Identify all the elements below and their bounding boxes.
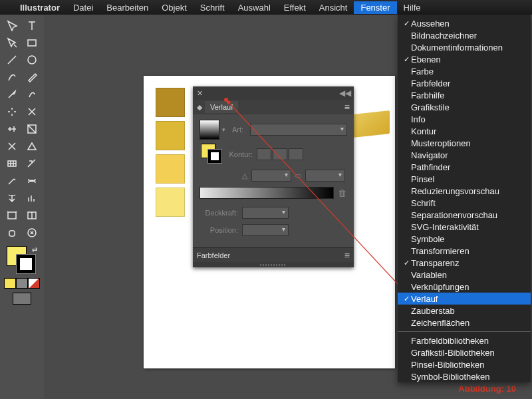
- color-mode-0[interactable]: [4, 278, 16, 289]
- menu-item-farbhilfe[interactable]: Farbhilfe: [398, 89, 531, 101]
- menu-item-symbolbibliotheken[interactable]: Symbol-Bibliotheken: [398, 370, 531, 382]
- menu-item-zeichenflchen[interactable]: Zeichenflächen: [398, 317, 531, 329]
- menu-app[interactable]: Illustrator: [13, 1, 66, 14]
- menu-item-info[interactable]: Info: [398, 113, 531, 125]
- color-mode-2[interactable]: [28, 278, 40, 289]
- swatches-subpanel[interactable]: Farbfelder ≡: [193, 247, 354, 262]
- position-select[interactable]: [242, 224, 289, 236]
- canvas-swatch-3[interactable]: [156, 188, 185, 217]
- type-select[interactable]: [250, 124, 347, 136]
- canvas-swatch-1[interactable]: [156, 121, 185, 150]
- menu-item-transparenz[interactable]: ✓Transparenz: [398, 257, 531, 269]
- menu-schrift[interactable]: Schrift: [194, 1, 231, 14]
- gradient-tool[interactable]: [23, 156, 41, 172]
- menu-item-zauberstab[interactable]: Zauberstab: [398, 305, 531, 317]
- swap-fill-stroke-icon[interactable]: ⇄: [32, 246, 37, 253]
- resize-grip[interactable]: [193, 262, 354, 267]
- menu-item-separationenvorschau[interactable]: Separationenvorschau: [398, 209, 531, 221]
- symbolspray-tool[interactable]: [3, 190, 21, 206]
- artboard-tool[interactable]: [3, 207, 21, 223]
- menu-item-schrift[interactable]: Schrift: [398, 197, 531, 209]
- canvas-swatch-0[interactable]: [156, 88, 185, 117]
- menu-item-navigator[interactable]: Navigator: [398, 149, 531, 161]
- close-panel-icon[interactable]: ✕: [196, 89, 203, 97]
- line-tool[interactable]: [3, 52, 21, 68]
- menu-item-aussehen[interactable]: ✓Aussehen: [398, 17, 531, 29]
- menu-item-farbfeldbibliotheken[interactable]: Farbfeldbibliotheken: [398, 334, 531, 346]
- aspect-select[interactable]: [305, 170, 345, 182]
- menu-bearbeiten[interactable]: Bearbeiten: [100, 1, 155, 14]
- menu-item-pathfinder[interactable]: Pathfinder: [398, 161, 531, 173]
- blob-tool[interactable]: [23, 86, 41, 102]
- shapebuilder-tool[interactable]: [3, 138, 21, 154]
- menu-item-verknpfungen[interactable]: Verknüpfungen: [398, 281, 531, 293]
- menu-item-dokumentinformationen[interactable]: Dokumentinformationen: [398, 41, 531, 53]
- eyedropper-tool[interactable]: [3, 173, 21, 189]
- menu-item-transformieren[interactable]: Transformieren: [398, 245, 531, 257]
- type-tool[interactable]: [23, 17, 41, 33]
- gradient-preview[interactable]: [200, 120, 219, 140]
- perspective-tool[interactable]: [23, 138, 41, 154]
- panel-menu-icon[interactable]: ≡: [344, 102, 350, 112]
- pencil-tool[interactable]: [3, 86, 21, 102]
- subpanel-menu-icon[interactable]: ≡: [344, 250, 350, 261]
- color-mode-1[interactable]: [16, 278, 28, 289]
- menu-item-kontur[interactable]: Kontur: [398, 125, 531, 137]
- menu-item-reduzierungsvorschau[interactable]: Reduzierungsvorschau: [398, 185, 531, 197]
- opacity-select[interactable]: [242, 207, 289, 219]
- graph-tool[interactable]: [23, 190, 41, 206]
- menu-hilfe[interactable]: Hilfe: [397, 1, 428, 14]
- menu-auswahl[interactable]: Auswahl: [231, 1, 277, 14]
- width-tool[interactable]: [3, 121, 21, 137]
- menu-item-musteroptionen[interactable]: Musteroptionen: [398, 137, 531, 149]
- menu-datei[interactable]: Datei: [66, 1, 100, 14]
- stroke-swatch[interactable]: [16, 254, 36, 274]
- rect-tool[interactable]: [23, 35, 41, 51]
- canvas-swatch-2[interactable]: [156, 154, 185, 184]
- selection-tool[interactable]: [3, 17, 21, 33]
- delete-stop-icon[interactable]: 🗑: [338, 188, 347, 198]
- menu-item-grafikstilbibliotheken[interactable]: Grafikstil-Bibliotheken: [398, 346, 531, 358]
- menu-fenster[interactable]: Fenster: [354, 1, 396, 14]
- panel-header[interactable]: ✕ ◀◀: [193, 86, 354, 100]
- gold-bar-shape[interactable]: [353, 110, 390, 138]
- tab-verlauf[interactable]: Verlauf: [205, 101, 238, 113]
- screen-mode-button[interactable]: [13, 293, 31, 305]
- stroke-align-1[interactable]: [257, 148, 271, 160]
- dropdown-arrow-icon[interactable]: ▾: [222, 126, 225, 133]
- zoom-tool[interactable]: [23, 225, 41, 241]
- menu-item-farbfelder[interactable]: Farbfelder: [398, 77, 531, 89]
- slice-tool[interactable]: [23, 207, 41, 223]
- blend-tool[interactable]: [23, 173, 41, 189]
- gradient-ramp[interactable]: [200, 187, 334, 199]
- menu-item-pinsel[interactable]: Pinsel: [398, 173, 531, 185]
- menu-effekt[interactable]: Effekt: [277, 1, 313, 14]
- menu-item-verlauf[interactable]: ✓Verlauf: [398, 293, 531, 305]
- rotate-tool[interactable]: [3, 104, 21, 120]
- menu-item-ebenen[interactable]: ✓Ebenen: [398, 53, 531, 65]
- menu-item-svginteraktivitt[interactable]: SVG-Interaktivität: [398, 221, 531, 233]
- fill-stroke-swatches[interactable]: ⇄: [7, 246, 37, 274]
- ellipse-tool[interactable]: [23, 52, 41, 68]
- direct-select-tool[interactable]: [3, 35, 21, 51]
- stroke-align-2[interactable]: [273, 148, 287, 160]
- stroke-align-3[interactable]: [289, 148, 303, 160]
- menu-item-pinselbibliotheken[interactable]: Pinsel-Bibliotheken: [398, 358, 531, 370]
- brush-tool[interactable]: [3, 69, 21, 85]
- freetransform-tool[interactable]: [23, 121, 41, 137]
- menu-item-grafikstile[interactable]: Grafikstile: [398, 101, 531, 113]
- collapse-icon[interactable]: ◀◀: [339, 88, 351, 98]
- panel-stroke-swatch[interactable]: [207, 149, 222, 164]
- mesh-tool[interactable]: [3, 156, 21, 172]
- panel-fill-stroke[interactable]: [201, 144, 225, 165]
- menu-item-variablen[interactable]: Variablen: [398, 269, 531, 281]
- menu-objekt[interactable]: Objekt: [155, 1, 194, 14]
- menu-item-symbole[interactable]: Symbole: [398, 233, 531, 245]
- menu-item-bildnachzeichner[interactable]: Bildnachzeichner: [398, 29, 531, 41]
- scale-tool[interactable]: [23, 104, 41, 120]
- hand-tool[interactable]: [3, 225, 21, 241]
- eraser-tool[interactable]: [23, 69, 41, 85]
- menu-item-farbe[interactable]: Farbe: [398, 65, 531, 77]
- angle-select[interactable]: [251, 170, 291, 182]
- menu-ansicht[interactable]: Ansicht: [313, 1, 354, 14]
